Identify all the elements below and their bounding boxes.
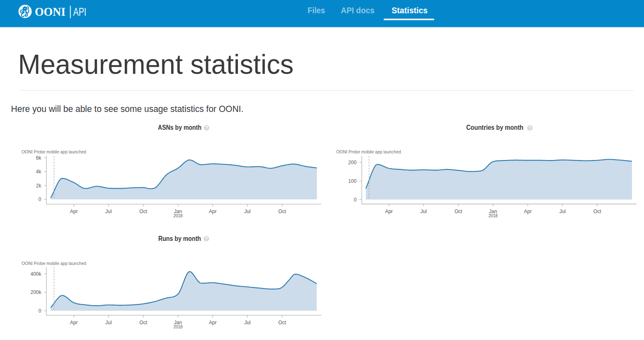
svg-text:Jul: Jul xyxy=(244,320,250,325)
svg-text:Apr: Apr xyxy=(524,209,532,214)
svg-text:Files: Files xyxy=(307,5,325,15)
svg-text:API: API xyxy=(73,6,86,18)
svg-text:Countries by month: Countries by month xyxy=(466,124,523,131)
svg-text:ASNs by month: ASNs by month xyxy=(158,124,201,131)
svg-text:API docs: API docs xyxy=(341,5,375,15)
svg-text:2018: 2018 xyxy=(173,325,183,329)
svg-text:2k: 2k xyxy=(36,183,42,189)
svg-text:100: 100 xyxy=(348,178,356,184)
svg-text:Apr: Apr xyxy=(209,320,217,325)
svg-text:Oct: Oct xyxy=(455,209,462,214)
svg-text:4k: 4k xyxy=(36,169,42,175)
svg-text:Runs by month: Runs by month xyxy=(158,235,201,242)
svg-text:Oct: Oct xyxy=(593,209,601,214)
svg-text:?: ? xyxy=(205,125,208,131)
svg-text:Apr: Apr xyxy=(70,320,78,325)
svg-text:Statistics: Statistics xyxy=(392,5,428,15)
svg-text:0: 0 xyxy=(39,308,41,314)
svg-text:Apr: Apr xyxy=(70,209,78,214)
svg-text:2018: 2018 xyxy=(173,214,183,218)
svg-text:6k: 6k xyxy=(36,155,42,161)
svg-text:Jul: Jul xyxy=(559,209,566,214)
svg-text:Oct: Oct xyxy=(139,320,147,325)
svg-text:Apr: Apr xyxy=(209,209,217,214)
svg-text:Oct: Oct xyxy=(278,209,286,214)
svg-text:Oct: Oct xyxy=(139,209,147,214)
svg-text:400k: 400k xyxy=(30,271,41,277)
svg-text:Jul: Jul xyxy=(421,209,427,214)
svg-text:Oct: Oct xyxy=(278,320,286,325)
svg-text:200k: 200k xyxy=(30,289,41,295)
svg-text:0: 0 xyxy=(39,197,41,202)
svg-text:Jul: Jul xyxy=(105,209,111,214)
svg-text:Jul: Jul xyxy=(244,209,250,214)
svg-text:200: 200 xyxy=(348,160,356,165)
svg-text:OONI: OONI xyxy=(35,5,65,18)
svg-text:Here you will be able to see s: Here you will be able to see some usage … xyxy=(11,104,244,114)
svg-text:2018: 2018 xyxy=(489,214,498,218)
svg-text:Apr: Apr xyxy=(385,209,393,214)
svg-text:0: 0 xyxy=(354,197,357,203)
svg-text:?: ? xyxy=(205,236,208,242)
svg-text:OONI Probe mobile app launched: OONI Probe mobile app launched xyxy=(337,150,401,154)
svg-text:OONI Probe mobile app launched: OONI Probe mobile app launched xyxy=(22,150,86,154)
svg-text:Jul: Jul xyxy=(105,320,111,325)
svg-text:OONI Probe mobile app launched: OONI Probe mobile app launched xyxy=(22,261,86,266)
svg-text:?: ? xyxy=(528,125,531,131)
svg-text:Measurement statistics: Measurement statistics xyxy=(18,49,294,80)
